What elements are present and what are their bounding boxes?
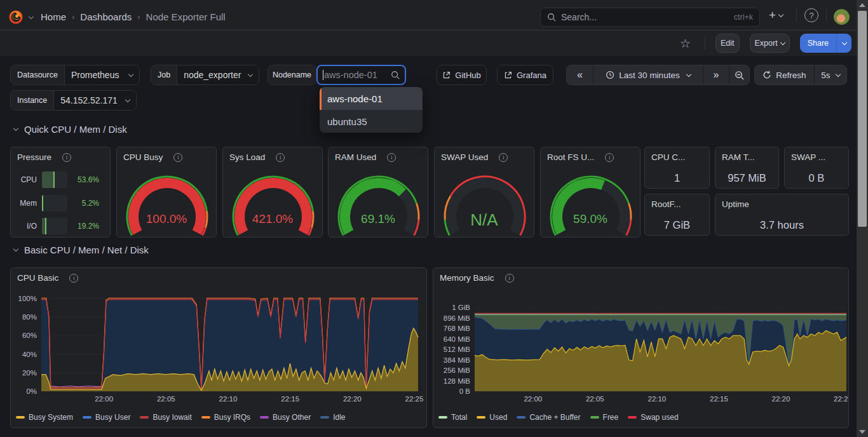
panel-title[interactable]: Pressure: [17, 152, 51, 162]
variable-instance-value[interactable]: 54.152.52.171: [54, 91, 136, 110]
legend-item[interactable]: Busy User: [83, 413, 130, 422]
top-nav: Home › Dashboards › Node Exporter Full S…: [0, 0, 868, 30]
panel-title[interactable]: SWAP Used: [441, 152, 488, 162]
scrollbar[interactable]: [857, 0, 868, 437]
cpu-basic-legend: Busy SystemBusy UserBusy IowaitBusy IRQs…: [16, 411, 424, 424]
external-link-icon: [442, 71, 451, 79]
scroll-down-icon[interactable]: [857, 427, 868, 437]
share-button[interactable]: Share: [800, 34, 836, 53]
legend-item[interactable]: Used: [477, 413, 507, 422]
panel-uptime: Uptime 3.7 hours: [715, 194, 849, 236]
panel-title[interactable]: Uptime: [722, 199, 749, 209]
panel-title[interactable]: CPU Busy: [123, 152, 163, 162]
grafana-link-button[interactable]: Grafana: [497, 65, 553, 85]
legend-item[interactable]: Total: [438, 413, 467, 422]
info-icon[interactable]: i: [499, 153, 508, 162]
panel-title[interactable]: RootF...: [651, 199, 681, 209]
search-placeholder: Search...: [561, 12, 734, 22]
legend-item[interactable]: Busy IRQs: [201, 413, 250, 422]
panel-title[interactable]: Sys Load: [229, 152, 265, 162]
refresh-interval-picker[interactable]: 5s: [815, 65, 846, 84]
svg-text:22:25: 22:25: [405, 395, 424, 403]
variable-instance[interactable]: Instance 54.152.52.171: [10, 90, 137, 111]
legend-color-swatch: [477, 416, 485, 419]
legend-item[interactable]: Free: [590, 413, 619, 422]
svg-text:512 MiB: 512 MiB: [444, 346, 471, 353]
variable-job-label: Job: [151, 65, 177, 84]
legend-item[interactable]: Busy System: [16, 413, 73, 422]
nodename-input-value: aws-node-01: [324, 70, 391, 80]
refresh-button[interactable]: Refresh: [755, 65, 814, 84]
panel-title[interactable]: RAM T...: [722, 152, 755, 162]
io-pressure-row: I/O 19.2%: [11, 218, 110, 234]
github-link-button[interactable]: GitHub: [437, 65, 487, 85]
nodename-input[interactable]: aws-node-01: [316, 65, 406, 85]
stat-value: 1: [645, 172, 709, 184]
avatar[interactable]: [834, 9, 850, 25]
edit-button[interactable]: Edit: [715, 34, 740, 53]
panel-title[interactable]: RAM Used: [335, 152, 376, 162]
job-chevron-icon: [248, 72, 253, 77]
pressure-row-cpu: CPU 53.6%: [11, 171, 110, 188]
info-icon[interactable]: i: [62, 153, 71, 162]
stat-value: 3.7 hours: [715, 219, 848, 231]
dropdown-option-ubuntu35[interactable]: ubuntu35: [320, 110, 423, 133]
stat-value: 957 MiB: [715, 172, 778, 184]
search-input[interactable]: Search... ctrl+k: [540, 8, 760, 27]
section-basic-cpu[interactable]: Basic CPU / Mem / Net / Disk: [14, 245, 149, 255]
breadcrumb-separator: ›: [72, 12, 74, 22]
star-icon[interactable]: ☆: [680, 36, 691, 51]
refresh-icon: [763, 71, 771, 79]
variable-job[interactable]: Job node_exporter: [151, 65, 259, 85]
info-icon[interactable]: i: [173, 153, 182, 162]
time-back-button[interactable]: «: [567, 65, 593, 84]
legend-item[interactable]: Swap used: [628, 413, 678, 422]
breadcrumb-home[interactable]: Home: [41, 11, 66, 22]
breadcrumb-current: Node Exporter Full: [146, 11, 226, 22]
grafana-logo[interactable]: [8, 10, 24, 25]
info-icon[interactable]: i: [605, 153, 614, 162]
share-menu-button[interactable]: [836, 34, 851, 53]
variable-job-value[interactable]: node_exporter: [177, 65, 259, 84]
breadcrumb: Home › Dashboards › Node Exporter Full: [35, 11, 231, 22]
variable-datasource[interactable]: Datasource Prometheus: [10, 65, 140, 85]
panel-root-fs: Root FS U...i 59.0%: [540, 147, 641, 238]
panel-cpu-cores: CPU C... 1: [644, 147, 710, 189]
stat-value: 0 B: [785, 172, 848, 184]
legend-color-swatch: [517, 416, 526, 419]
info-icon[interactable]: i: [276, 153, 285, 162]
dropdown-option-aws-node-01[interactable]: aws-node-01: [320, 87, 423, 110]
panel-title[interactable]: CPU C...: [651, 152, 685, 162]
panel-swap-total: SWAP ... 0 B: [784, 147, 849, 189]
interval-chevron-icon: [835, 71, 840, 76]
info-icon[interactable]: i: [387, 153, 396, 162]
variable-datasource-value[interactable]: Prometheus: [65, 65, 139, 84]
help-button[interactable]: ?: [804, 8, 818, 22]
svg-text:128 MiB: 128 MiB: [444, 377, 471, 385]
zoom-out-button[interactable]: [729, 65, 749, 84]
org-switcher-chevron-icon[interactable]: [29, 13, 34, 18]
external-link-icon: [504, 71, 512, 79]
panel-sys-load: Sys Loadi 421.0%: [222, 147, 323, 238]
panel-title[interactable]: Root FS U...: [547, 152, 594, 162]
scrollbar-thumb[interactable]: [858, 11, 867, 227]
legend-color-swatch: [590, 416, 599, 419]
panel-title[interactable]: SWAP ...: [791, 152, 825, 162]
new-button[interactable]: +: [769, 8, 783, 23]
breadcrumb-dashboards[interactable]: Dashboards: [80, 11, 132, 22]
section-quick-cpu[interactable]: Quick CPU / Mem / Disk: [14, 124, 127, 135]
time-range-picker[interactable]: Last 30 minutes: [593, 65, 703, 84]
legend-item[interactable]: Idle: [320, 413, 345, 422]
svg-text:768 MiB: 768 MiB: [444, 325, 471, 332]
legend-item[interactable]: Busy Other: [260, 413, 311, 422]
selected-indicator: [320, 87, 322, 110]
export-button[interactable]: Export: [750, 34, 790, 53]
svg-text:22:00: 22:00: [95, 395, 113, 403]
legend-color-swatch: [438, 416, 447, 419]
time-forward-button[interactable]: »: [703, 65, 729, 84]
scroll-up-icon[interactable]: [857, 0, 868, 10]
legend-item[interactable]: Busy Iowait: [140, 413, 191, 422]
legend-item[interactable]: Cache + Buffer: [517, 413, 580, 422]
plus-icon: +: [769, 8, 776, 22]
cpu-pressure-bar: [42, 171, 67, 188]
